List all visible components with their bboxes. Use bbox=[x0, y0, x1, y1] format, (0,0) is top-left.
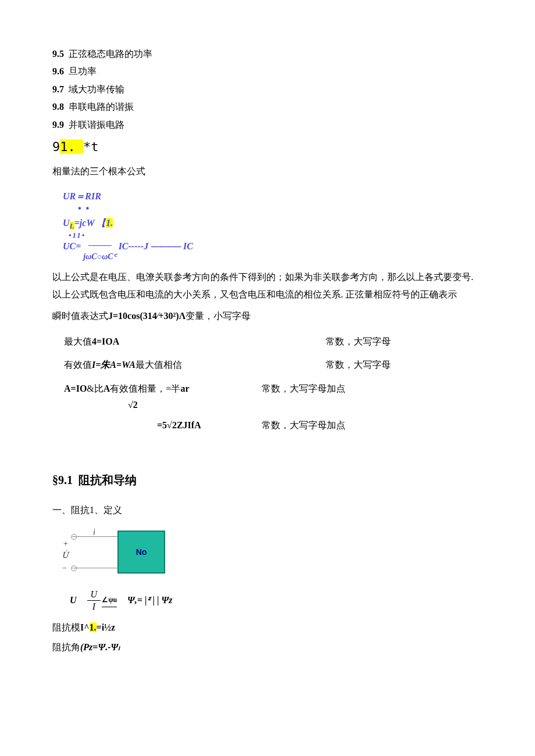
table-row: =5√2ZJIfA 常数，大写字母加点 bbox=[52, 417, 483, 434]
lb2: (Pz=Ψ.-Ψᵢ bbox=[80, 642, 120, 652]
toc-title: 并联谐振电路 bbox=[69, 120, 124, 130]
circuit-diagram: i + U̇ − No bbox=[60, 522, 171, 586]
psi-eq: Ψ,= |ᶻ | | Ψz bbox=[127, 592, 173, 609]
toc-title: 串联电路的谐振 bbox=[69, 102, 134, 112]
intro-text: 相量法的三个根本公式 bbox=[52, 163, 483, 180]
label-U-big: U bbox=[70, 592, 77, 609]
frac-bot: I bbox=[89, 601, 99, 612]
toc-item: 9.7 域大功率传输 bbox=[52, 81, 483, 98]
r2-a: 有效值 bbox=[64, 360, 92, 370]
uc-end: IC bbox=[183, 241, 193, 253]
wire-top bbox=[72, 536, 117, 537]
r3-a: A=IO bbox=[64, 384, 87, 393]
table-row: A=IO&比A有效值相量，=半ar 常数，大写字母加点 bbox=[52, 380, 483, 397]
sqrt2: √2 bbox=[52, 396, 483, 414]
r1-left: 最大值最大值4=IOA4=IOA bbox=[64, 336, 119, 346]
r4-eq: =5√2ZJIfA bbox=[52, 417, 238, 434]
ul-sub: L bbox=[70, 221, 74, 230]
value-table: 最大值最大值4=IOA4=IOA 常数，大写字母 有效值I=朱A=WA最大值相信… bbox=[52, 333, 483, 434]
toc-num: 9.9 bbox=[52, 120, 64, 130]
ul-u: U bbox=[63, 218, 70, 228]
p2-b: J=10cos(314∕+30²)Λ bbox=[108, 311, 186, 321]
paragraph-2: 瞬时值表达式J=10cos(314∕+30²)Λ变量，小写字母 bbox=[52, 307, 483, 325]
formula-uc: UC= ------------ jωC○ωCᶜ IC-----J ------… bbox=[63, 241, 483, 263]
toc-title: 正弦稳态电路的功率 bbox=[69, 49, 152, 59]
row-right: 常数，大写字母加点 bbox=[262, 380, 345, 397]
marker-c: *t bbox=[83, 139, 99, 154]
uc-dash1: ------------ bbox=[83, 241, 116, 250]
impedance-modulus: 阻抗模I^1.=i½z bbox=[52, 619, 483, 636]
table-row: 最大值最大值4=IOA4=IOA 常数，大写字母 bbox=[52, 333, 483, 350]
formula-line: U U I ∠ψu Ψ,= |ᶻ | | Ψz bbox=[52, 589, 483, 611]
uc-den: jωC○ωCᶜ bbox=[83, 252, 116, 261]
toc-num: 9.5 bbox=[52, 49, 64, 59]
la1: 阻抗模 bbox=[52, 622, 80, 632]
label-i: i bbox=[93, 525, 95, 540]
formula-block: UR＝RIR • • UL=jcW 【1. •11• UC= ---------… bbox=[63, 191, 483, 263]
angle: ∠ψu bbox=[102, 593, 117, 608]
marker-a: 9 bbox=[52, 139, 60, 154]
row-right: 常数，大写字母加点 bbox=[262, 417, 345, 434]
r2-c: 最大值相信 bbox=[135, 360, 182, 370]
frac-top: U bbox=[87, 589, 101, 600]
table-row: 有效值I=朱A=WA最大值相信 常数，大写字母 bbox=[52, 356, 483, 374]
r3-d: 有效值相量，=半 bbox=[110, 384, 180, 393]
uc-mid: IC-----J bbox=[119, 241, 149, 253]
box-no: No bbox=[117, 531, 165, 574]
marker-b-highlight: 1. bbox=[60, 139, 83, 154]
section-marker: 91. *t bbox=[52, 135, 483, 159]
r3-e: ar bbox=[180, 384, 189, 393]
formula-ul: UL=jcW 【1. bbox=[63, 217, 483, 231]
wire-bot bbox=[72, 568, 117, 568]
toc-title: 旦功率 bbox=[69, 66, 97, 76]
formula-ur: UR＝RIR bbox=[63, 191, 483, 203]
toc-item: 9.5 正弦稳态电路的功率 bbox=[52, 45, 483, 63]
formula-dots: • • bbox=[63, 203, 483, 215]
lb1: 阻抗角 bbox=[52, 642, 80, 652]
ul-hl: 1. bbox=[106, 218, 113, 228]
subheading: 一、阻抗1、定义 bbox=[52, 501, 483, 519]
label-minus: − bbox=[62, 561, 67, 576]
toc-title: 域大功率传输 bbox=[69, 84, 124, 94]
row-right: 常数，大写字母 bbox=[238, 333, 483, 350]
toc-item: 9.6 旦功率 bbox=[52, 63, 483, 80]
row-left: 最大值最大值4=IOA4=IOA bbox=[52, 333, 238, 350]
section-number: §9.1 bbox=[52, 474, 73, 486]
toc-item: 9.9 并联谐振电路 bbox=[52, 116, 483, 134]
la-hl: 1. bbox=[90, 622, 97, 632]
toc: 9.5 正弦稳态电路的功率 9.6 旦功率 9.7 域大功率传输 9.8 串联电… bbox=[52, 45, 483, 134]
toc-item: 9.8 串联电路的谐振 bbox=[52, 98, 483, 116]
la2: I^ bbox=[80, 622, 90, 632]
document-page: 9.5 正弦稳态电路的功率 9.6 旦功率 9.7 域大功率传输 9.8 串联电… bbox=[0, 0, 535, 683]
p2-a: 瞬时值表达式 bbox=[52, 311, 108, 321]
uc-a: UC= bbox=[63, 241, 81, 253]
r2-b: I=朱A=WA bbox=[92, 360, 135, 370]
r3-b: &比 bbox=[87, 384, 103, 393]
row-left: 有效值I=朱A=WA最大值相信 bbox=[52, 356, 238, 374]
r3-c: A bbox=[104, 384, 110, 393]
p2-c: 变量，小写字母 bbox=[186, 311, 251, 321]
toc-num: 9.6 bbox=[52, 66, 64, 76]
node-bot bbox=[71, 565, 77, 571]
paragraph-1: 以上公式是在电压、电潦关联参考方向的条件下得到的；如果为非关联参考方向，那么以上… bbox=[52, 268, 483, 304]
impedance-angle: 阻抗角(Pz=Ψ.-Ψᵢ bbox=[52, 639, 483, 656]
toc-num: 9.7 bbox=[52, 84, 64, 94]
ul-b: =jcW 【 bbox=[74, 218, 106, 228]
row-right: 常数，大写字母 bbox=[238, 356, 483, 374]
section-heading: §9.1 阻抗和导纳 bbox=[52, 469, 483, 491]
section-title: 阻抗和导纳 bbox=[79, 474, 137, 486]
formula-dots2: •11• bbox=[63, 231, 483, 241]
fraction-U-I: U I bbox=[87, 589, 101, 611]
node-top bbox=[71, 534, 77, 540]
uc-dash2: ------------ bbox=[151, 241, 181, 253]
row-left: A=IO&比A有效值相量，=半ar bbox=[52, 380, 238, 397]
la3: =i½z bbox=[97, 622, 116, 632]
toc-num: 9.8 bbox=[52, 102, 64, 112]
